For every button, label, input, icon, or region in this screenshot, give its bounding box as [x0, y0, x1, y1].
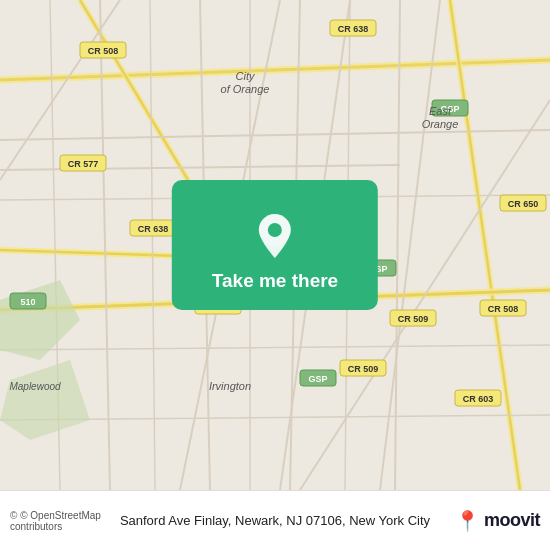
svg-text:GSP: GSP: [308, 374, 327, 384]
svg-text:CR 508: CR 508: [488, 304, 519, 314]
svg-text:CR 638: CR 638: [138, 224, 169, 234]
svg-text:CR 508: CR 508: [88, 46, 119, 56]
moovit-logo: 📍 moovit: [434, 509, 540, 533]
bottom-bar: © © OpenStreetMap contributors Sanford A…: [0, 490, 550, 550]
svg-text:East: East: [429, 105, 452, 117]
svg-text:CR 509: CR 509: [348, 364, 379, 374]
map-container: CR 638 CR 638 CR 510 GSP GSP GSP 510 CR …: [0, 0, 550, 490]
moovit-pin-icon: 📍: [455, 509, 480, 533]
moovit-brand-text: moovit: [484, 510, 540, 531]
svg-text:of Orange: of Orange: [221, 83, 270, 95]
button-label: Take me there: [212, 270, 338, 292]
svg-point-65: [268, 223, 282, 237]
svg-text:City: City: [236, 70, 256, 82]
svg-text:CR 650: CR 650: [508, 199, 539, 209]
location-pin-icon: [255, 212, 295, 260]
svg-text:CR 577: CR 577: [68, 159, 99, 169]
osm-text: © OpenStreetMap contributors: [10, 510, 101, 532]
svg-text:Irvington: Irvington: [209, 380, 251, 392]
osm-credit: © © OpenStreetMap contributors: [10, 510, 116, 532]
address-text: Sanford Ave Finlay, Newark, NJ 07106, Ne…: [116, 513, 434, 528]
svg-text:CR 638: CR 638: [338, 24, 369, 34]
take-me-there-button[interactable]: Take me there: [172, 180, 378, 310]
svg-text:CR 509: CR 509: [398, 314, 429, 324]
svg-text:Maplewood: Maplewood: [9, 381, 61, 392]
svg-text:CR 603: CR 603: [463, 394, 494, 404]
svg-text:510: 510: [20, 297, 35, 307]
copyright-icon: ©: [10, 510, 17, 521]
svg-text:Orange: Orange: [422, 118, 459, 130]
